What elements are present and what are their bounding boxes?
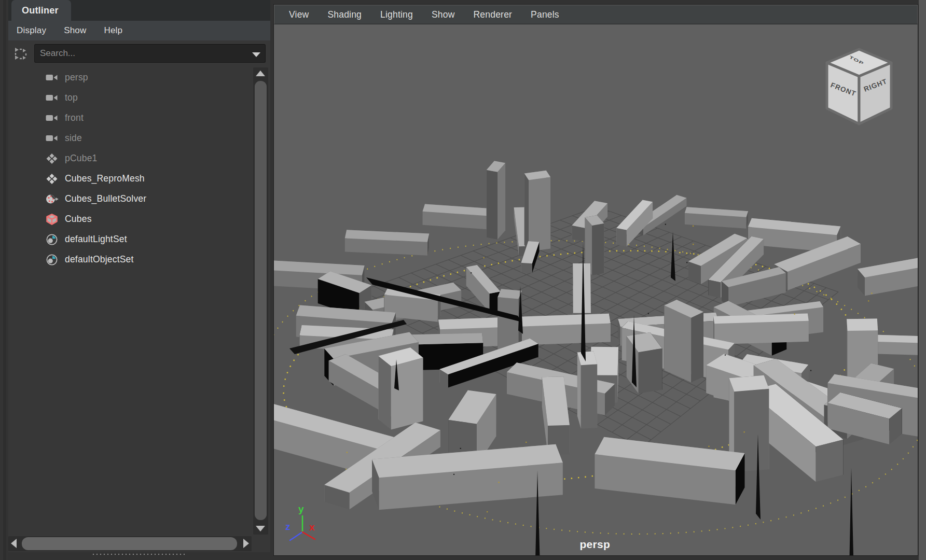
viewport-menubar: ViewShadingLightingShowRendererPanels [274,5,918,24]
outliner-item-defaultObjectSet[interactable]: defaultObjectSet [8,249,252,270]
camera-icon [46,113,58,124]
search-dropdown-icon[interactable] [252,52,260,57]
outliner-vertical-scrollbar[interactable] [253,67,268,535]
axis-z-label: z [285,521,291,533]
viewport-menu-show[interactable]: Show [432,9,455,20]
viewport-menu-renderer[interactable]: Renderer [474,9,513,20]
outliner-menu-show[interactable]: Show [64,25,86,36]
outliner-item-label: pCube1 [65,153,98,164]
outliner-item-label: side [65,133,82,144]
scroll-up-icon[interactable] [256,71,265,76]
search-input[interactable] [35,45,265,62]
axis-x-label: x [309,522,315,533]
outliner-item-persp[interactable]: persp [8,67,252,88]
outliner-item-pCube1[interactable]: pCube1 [8,148,252,169]
outliner-menu-display[interactable]: Display [17,25,46,36]
camera-icon [46,92,58,104]
mesh-icon [46,173,58,185]
outliner-menubar: DisplayShowHelp [8,21,270,40]
outliner-filter-icon[interactable] [14,47,27,61]
viewport-menu-view[interactable]: View [289,9,309,20]
scroll-left-icon[interactable] [11,539,17,548]
set-icon [46,234,58,245]
vscroll-thumb[interactable] [255,81,267,520]
viewport-menu-lighting[interactable]: Lighting [380,9,413,20]
assembly-icon [46,214,58,225]
outliner-item-Cubes_ReproMesh[interactable]: Cubes_ReproMesh [8,169,252,189]
outliner-item-front[interactable]: front [8,108,252,128]
maya-window: Outliner DisplayShowHelp [0,0,926,560]
camera-name-label: persp [579,538,610,551]
view-cube[interactable]: TOP FRONT RIGHT [823,46,895,129]
outliner-item-label: front [65,113,84,123]
dock-edge [0,0,8,560]
outliner-item-label: persp [65,72,88,83]
outliner-item-label: Cubes_BulletSolver [65,193,146,204]
outliner-item-label: defaultLightSet [65,234,127,245]
hscroll-thumb[interactable] [22,537,237,550]
outliner-tab-row: Outliner [8,0,270,21]
outliner-panel: Outliner DisplayShowHelp [8,0,270,552]
outliner-item-label: defaultObjectSet [65,254,134,265]
search-field [34,44,266,63]
panel-grip-handle[interactable] [92,553,185,556]
outliner-item-label: top [65,92,78,103]
outliner-item-Cubes[interactable]: Cubes [8,209,252,229]
outliner-horizontal-scrollbar[interactable] [8,536,252,551]
outliner-item-top[interactable]: top [8,88,252,108]
outliner-search-row [8,40,270,66]
outliner-item-label: Cubes [65,214,92,225]
camera-icon [46,72,58,83]
camera-icon [46,133,58,144]
set-icon [46,254,58,265]
viewport-canvas[interactable] [274,24,918,555]
scroll-down-icon[interactable] [256,526,265,531]
outliner-menu-help[interactable]: Help [104,25,122,36]
outliner-item-Cubes_BulletSolver[interactable]: Cubes_BulletSolver [8,189,252,209]
outliner-item-defaultLightSet[interactable]: defaultLightSet [8,229,252,249]
bullet-solver-icon [46,193,58,205]
scroll-right-icon[interactable] [243,539,249,548]
viewport-right-gutter [919,0,926,560]
tab-outliner[interactable]: Outliner [11,0,71,21]
axis-y-label: y [298,503,304,515]
viewport-menu-shading[interactable]: Shading [327,9,362,20]
outliner-tree: persptopfrontsidepCube1Cubes_ReproMeshCu… [8,67,252,535]
viewport-menu-panels[interactable]: Panels [531,9,559,20]
outliner-item-label: Cubes_ReproMesh [65,173,145,184]
mesh-icon [46,153,58,164]
outliner-item-side[interactable]: side [8,128,252,148]
perspective-viewport[interactable]: ViewShadingLightingShowRendererPanels y … [273,4,918,556]
